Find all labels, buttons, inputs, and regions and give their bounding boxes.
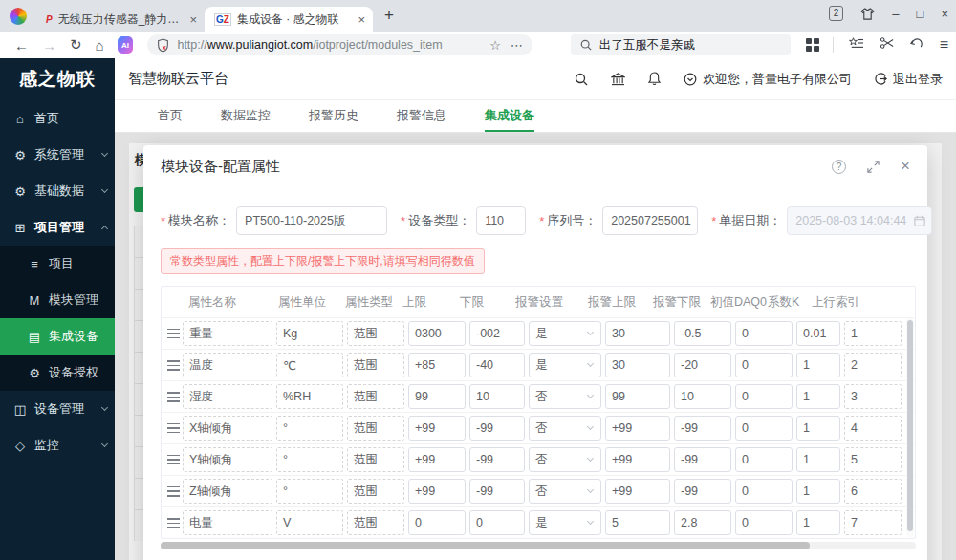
alarm-upper-limit-input[interactable]: +99 bbox=[605, 416, 670, 441]
property-name-input[interactable]: Z轴倾角 bbox=[183, 479, 272, 504]
drag-handle-icon[interactable] bbox=[165, 360, 181, 371]
alarm-upper-limit-input[interactable]: +99 bbox=[605, 479, 670, 504]
property-name-input[interactable]: 温度 bbox=[183, 353, 272, 377]
sidebar-item-integrated-devices[interactable]: ▤ 集成设备 bbox=[0, 318, 115, 355]
alarm-upper-limit-input[interactable]: 99 bbox=[605, 384, 670, 409]
coefficient-k-input[interactable]: 1 bbox=[796, 479, 840, 504]
alarm-setting-select[interactable]: 否 bbox=[529, 384, 601, 409]
maximize-button[interactable]: □ bbox=[917, 7, 924, 21]
upstream-index-input[interactable]: 4 bbox=[844, 416, 902, 441]
upstream-index-input[interactable]: 3 bbox=[844, 384, 902, 409]
drag-handle-icon[interactable] bbox=[165, 455, 181, 465]
document-date-input[interactable]: 2025-08-03 14:04:44 bbox=[787, 206, 932, 235]
property-type-input[interactable]: 范围 bbox=[347, 416, 404, 441]
coefficient-k-input[interactable]: 1 bbox=[796, 416, 840, 441]
lower-limit-input[interactable]: -002 bbox=[469, 321, 525, 346]
upstream-index-input[interactable]: 5 bbox=[844, 447, 902, 472]
alarm-lower-limit-input[interactable]: -0.5 bbox=[674, 321, 731, 346]
initial-daq0-input[interactable]: 0 bbox=[735, 447, 793, 472]
coefficient-k-input[interactable]: 1 bbox=[796, 447, 840, 472]
tab-integrated-devices[interactable]: 集成设备 bbox=[485, 100, 534, 132]
upper-limit-input[interactable]: 99 bbox=[408, 384, 466, 409]
theme-skin-icon[interactable] bbox=[860, 8, 875, 20]
property-type-input[interactable]: 范围 bbox=[347, 479, 404, 504]
table-horizontal-scrollbar[interactable] bbox=[161, 542, 916, 549]
lower-limit-input[interactable]: 10 bbox=[469, 384, 525, 409]
vscroll-thumb[interactable] bbox=[907, 320, 913, 531]
alarm-setting-select[interactable]: 是 bbox=[529, 321, 601, 346]
coefficient-k-input[interactable]: 1 bbox=[796, 384, 840, 409]
upper-limit-input[interactable]: +99 bbox=[408, 416, 466, 441]
sidebar-item-project-mgmt[interactable]: ⊞ 项目管理 bbox=[0, 209, 115, 246]
table-vertical-scrollbar[interactable] bbox=[906, 318, 914, 537]
upstream-index-input[interactable]: 2 bbox=[844, 353, 902, 377]
sidebar-item-project[interactable]: ≡ 项目 bbox=[0, 246, 115, 282]
upstream-index-input[interactable]: 6 bbox=[844, 479, 902, 504]
property-name-input[interactable]: X轴倾角 bbox=[183, 416, 272, 441]
upstream-index-input[interactable]: 7 bbox=[844, 510, 902, 535]
lower-limit-input[interactable]: -40 bbox=[469, 353, 525, 377]
header-search-icon[interactable] bbox=[575, 73, 588, 86]
fullscreen-icon[interactable] bbox=[867, 161, 880, 173]
lower-limit-input[interactable]: -99 bbox=[469, 416, 525, 441]
url-more-icon[interactable]: ⋯ bbox=[511, 38, 523, 53]
property-type-input[interactable]: 范围 bbox=[347, 384, 404, 409]
sidebar-item-home[interactable]: ⌂ 首页 bbox=[0, 100, 115, 137]
logout-button[interactable]: 退出登录 bbox=[875, 71, 943, 88]
alarm-upper-limit-input[interactable]: 30 bbox=[605, 353, 670, 377]
upper-limit-input[interactable]: 0300 bbox=[408, 321, 466, 346]
dialog-close-icon[interactable]: × bbox=[901, 157, 910, 176]
bookmark-star-icon[interactable]: ☆ bbox=[489, 38, 501, 53]
serial-number-input[interactable]: 202507255001 bbox=[602, 206, 698, 235]
apps-grid-icon[interactable] bbox=[806, 38, 819, 52]
alarm-upper-limit-input[interactable]: +99 bbox=[605, 447, 670, 472]
property-unit-input[interactable]: V bbox=[276, 510, 343, 535]
alarm-setting-select[interactable]: 否 bbox=[529, 447, 601, 472]
alarm-upper-limit-input[interactable]: 30 bbox=[605, 321, 670, 346]
alarm-lower-limit-input[interactable]: -99 bbox=[674, 447, 731, 472]
alarm-lower-limit-input[interactable]: -99 bbox=[674, 479, 731, 504]
drag-handle-icon[interactable] bbox=[165, 423, 181, 434]
alarm-upper-limit-input[interactable]: 5 bbox=[605, 510, 670, 535]
property-name-input[interactable]: Y轴倾角 bbox=[183, 447, 272, 472]
tab1-close-icon[interactable]: × bbox=[189, 12, 197, 27]
initial-daq0-input[interactable]: 0 bbox=[735, 384, 793, 409]
alarm-setting-select[interactable]: 否 bbox=[529, 416, 601, 441]
property-name-input[interactable]: 湿度 bbox=[183, 384, 272, 409]
tab2-close-icon[interactable]: × bbox=[358, 12, 365, 27]
new-tab-button[interactable]: + bbox=[384, 6, 394, 25]
minimize-button[interactable]: – bbox=[892, 7, 899, 21]
sidebar-item-basedata[interactable]: ⚙ 基础数据 bbox=[0, 173, 115, 209]
alarm-lower-limit-input[interactable]: -99 bbox=[674, 416, 731, 441]
alarm-lower-limit-input[interactable]: 2.8 bbox=[674, 510, 731, 535]
lower-limit-input[interactable]: -99 bbox=[469, 479, 525, 504]
property-unit-input[interactable]: ° bbox=[276, 447, 343, 472]
coefficient-k-input[interactable]: 0.01 bbox=[796, 321, 840, 346]
notification-bell-icon[interactable] bbox=[648, 72, 661, 86]
sidebar-item-monitor[interactable]: ◇ 监控 bbox=[0, 427, 115, 463]
refresh-button[interactable]: ↻ bbox=[70, 36, 82, 54]
sidebar-item-device-mgmt[interactable]: ◫ 设备管理 bbox=[0, 391, 115, 427]
browser-menu-icon[interactable]: ≡ bbox=[940, 36, 948, 54]
initial-daq0-input[interactable]: 0 bbox=[735, 321, 793, 346]
hscroll-thumb[interactable] bbox=[161, 542, 810, 549]
property-name-input[interactable]: 电量 bbox=[183, 510, 272, 535]
security-shield-icon[interactable]: x bbox=[157, 38, 169, 53]
tab-alarm-info[interactable]: 报警信息 bbox=[397, 100, 446, 132]
browser-tab-2[interactable]: GZ 集成设备 · 感之物联 × bbox=[205, 7, 373, 32]
undo-icon[interactable] bbox=[910, 36, 924, 54]
help-icon[interactable]: ? bbox=[832, 160, 846, 174]
initial-daq0-input[interactable]: 0 bbox=[735, 479, 793, 504]
screenshot-scissors-icon[interactable] bbox=[880, 36, 895, 54]
alarm-setting-select[interactable]: 否 bbox=[529, 479, 601, 504]
alarm-setting-select[interactable]: 是 bbox=[529, 510, 601, 535]
initial-daq0-input[interactable]: 0 bbox=[735, 353, 793, 377]
organization-icon[interactable] bbox=[611, 73, 625, 86]
property-unit-input[interactable]: %RH bbox=[276, 384, 343, 409]
property-type-input[interactable]: 范围 bbox=[347, 321, 404, 346]
user-welcome[interactable]: 欢迎您，普量电子有限公司 bbox=[684, 71, 852, 88]
property-name-input[interactable]: 重量 bbox=[183, 321, 272, 346]
browser-logo-icon[interactable] bbox=[10, 8, 27, 25]
home-button[interactable]: ⌂ bbox=[96, 37, 104, 54]
alarm-lower-limit-input[interactable]: 10 bbox=[674, 384, 731, 409]
